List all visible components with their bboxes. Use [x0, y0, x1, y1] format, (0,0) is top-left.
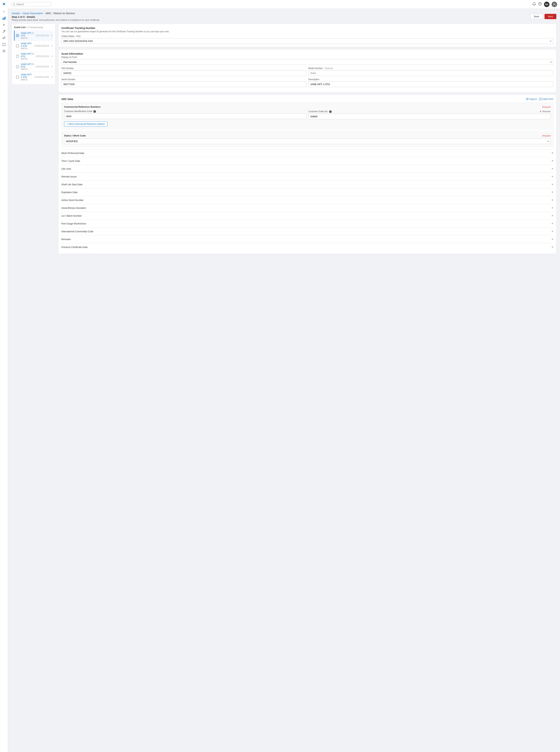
step-title: Step 3 of 4 - Details [12, 16, 99, 18]
asset-item-3[interactable]: VANE HPT, 2 STG 2A9721 51342351234 ✓ [14, 62, 53, 72]
display-on-form-group: Display on Form Part Number Serial Numbe… [61, 56, 553, 65]
collapse-work-performed[interactable]: Work Performed Data + [61, 149, 553, 157]
status-work-code-section: Status / Work Code Required MODIFIED REP… [61, 132, 553, 147]
breadcrumb-issue-document[interactable]: Issue Document [23, 12, 42, 15]
breadcrumb-current: ARC - Return to Service [45, 12, 75, 15]
asset-information-title: Asset Information [61, 52, 553, 55]
collapse-airline-stock-label: Airline Stock Number [61, 199, 84, 201]
help-icon[interactable] [538, 2, 542, 6]
asset-item-info-4: VANE HPT, 2 STG 2A9721 [21, 73, 33, 81]
commercial-ref-title: Commercial Reference Numbers [64, 105, 101, 108]
status-title: Status / Work Code [64, 134, 86, 137]
display-on-form-select[interactable]: Part Number Serial Number Description [61, 59, 553, 65]
collapse-remarks[interactable]: Remarks + [61, 235, 553, 243]
svg-rect-2 [4, 17, 4, 20]
tool-icon[interactable] [1, 28, 7, 34]
collapse-time-cycle[interactable]: Time / Cycle Data + [61, 157, 553, 165]
svg-rect-15 [16, 76, 19, 78]
collapse-life-limit-icon: + [552, 167, 553, 170]
copy-icon [526, 98, 529, 100]
customer-order-group: Customer Order No. i ✕ Remove [308, 110, 551, 119]
collapse-intl-commodity[interactable]: International Commodity Code + [61, 227, 553, 235]
asset-item-check-1: ✓ [51, 45, 53, 47]
collapse-airworthiness-label: Airworthiness Deviation [61, 207, 86, 209]
collapse-remote-issuer[interactable]: Remote Issuer + [61, 173, 553, 180]
collapse-part-usage-label: Part Usage Restrictions [61, 222, 86, 225]
breadcrumb-step-area: Assets › Issue Document › ARC - Return t… [12, 12, 99, 21]
box-icon[interactable] [1, 41, 7, 47]
collapse-intl-commodity-label: International Commodity Code [61, 230, 94, 233]
collapse-airworthiness[interactable]: Airworthiness Deviation + [61, 204, 553, 212]
step-desc: Please provide asset detail, work perfor… [12, 19, 99, 21]
asset-item-check-4: ✓ [51, 76, 53, 78]
part-number-input[interactable] [61, 70, 306, 76]
transfer-icon[interactable] [1, 35, 7, 41]
customer-order-info-icon[interactable]: i [329, 110, 332, 113]
left-panel: Asset List 5 / 5 Assets Ready VANE HPT, … [12, 23, 55, 84]
collapse-airline-stock[interactable]: Airline Stock Number + [61, 196, 553, 204]
next-button[interactable]: Next [544, 14, 556, 19]
copy-to-button[interactable]: Copy to [526, 98, 537, 100]
settings-icon[interactable] [1, 48, 7, 54]
asset-item-pn-3: 2A9721 [21, 68, 34, 70]
asset-item-4[interactable]: VANE HPT, 2 STG 2A9721 513423512450 ✓ [14, 72, 53, 82]
model-number-input[interactable] [308, 70, 553, 76]
description-label: Description [308, 78, 553, 81]
collapse-previous-cert-label: Previous Certificate Data [61, 246, 87, 249]
status-select[interactable]: MODIFIED REPAIRED OVERHAULED INSPECTED N… [64, 138, 551, 144]
asset-item-check-0: ✓ [51, 34, 53, 37]
customer-id-group: Customer Identification Code i [64, 110, 306, 119]
collapse-expiration-label: Expiration Date [61, 191, 78, 194]
content-area: Assets › Issue Document › ARC - Return t… [8, 9, 560, 752]
collapse-part-usage[interactable]: Part Usage Restrictions + [61, 219, 553, 227]
header-row: Assets › Issue Document › ARC - Return t… [12, 12, 556, 21]
plus-icon[interactable]: ＋ [1, 9, 7, 15]
asset-item-name-1: VANE HPT, 2 STG [21, 42, 33, 47]
asset-item-info-3: VANE HPT, 2 STG 2A9721 [21, 63, 34, 70]
plane-icon[interactable]: ✈ [1, 22, 7, 28]
two-col-layout: Asset List 5 / 5 Assets Ready VANE HPT, … [12, 23, 556, 254]
collapse-shelf-life[interactable]: Shelf Life Start Date + [61, 180, 553, 188]
collapse-expiration[interactable]: Expiration Date + [61, 188, 553, 196]
asset-item-2[interactable]: VANE HPT, 2 STG 2A9721 23512351234 ✓ [14, 51, 53, 61]
asset-item-0[interactable]: VANE HPT, 2 STG 2A9721 23512351324 ✓ [14, 31, 53, 41]
collapse-life-limit[interactable]: Life Limit + [61, 165, 553, 173]
customer-id-info-icon[interactable]: i [94, 110, 96, 113]
breadcrumb-assets[interactable]: Assets [12, 12, 20, 15]
status-header: Status / Work Code Required [64, 134, 551, 137]
svg-point-9 [540, 4, 540, 5]
clear-form-button[interactable]: Clear Form [539, 98, 553, 100]
customer-id-label: Customer Identification Code i [64, 110, 306, 113]
asset-item-info-0: VANE HPT, 2 STG 2A9721 [21, 32, 34, 39]
back-button[interactable]: Back [531, 14, 543, 19]
chart-icon[interactable] [1, 15, 7, 21]
search-box[interactable] [11, 2, 51, 6]
description-input[interactable] [308, 81, 553, 87]
clear-icon [539, 98, 542, 100]
asset-item-1[interactable]: VANE HPT, 2 STG 2A9721 312351234123 ✓ [14, 41, 53, 51]
asset-item-check-3: ✓ [51, 65, 53, 68]
asset-icon-2 [16, 55, 19, 58]
tracking-number-clear[interactable]: ✕ [549, 40, 552, 43]
collapse-work-performed-icon: + [552, 151, 553, 155]
main-area: BA Assets › Issue Document › ARC - Retur… [8, 0, 560, 752]
customer-id-input[interactable] [64, 114, 306, 119]
step-info: Step 3 of 4 - Details Please provide ass… [12, 16, 99, 21]
search-input[interactable] [16, 3, 49, 6]
asset-item-sn-1: 312351234123 [35, 45, 49, 47]
collapse-remote-issuer-icon: + [552, 175, 553, 178]
tracking-number-input[interactable] [61, 38, 553, 44]
notification-icon[interactable] [532, 2, 536, 6]
asset-item-pn-2: 2A9721 [21, 58, 34, 60]
asset-item-check-2: ✓ [51, 55, 53, 58]
avatar-badge[interactable]: BA [544, 2, 549, 7]
more-commercial-options-button[interactable]: + More Commercial Reference Options [64, 121, 107, 127]
faa-label: United States - FAA [61, 35, 553, 38]
remove-button[interactable]: ✕ Remove [539, 110, 551, 113]
collapse-previous-cert[interactable]: Previous Certificate Data + [61, 243, 553, 251]
collapse-lot-batch[interactable]: Lot / Batch Number + [61, 212, 553, 219]
app-logo[interactable] [1, 1, 6, 6]
serial-number-input[interactable] [61, 81, 306, 87]
customer-order-input[interactable] [308, 114, 551, 119]
user-icon[interactable] [552, 2, 557, 7]
